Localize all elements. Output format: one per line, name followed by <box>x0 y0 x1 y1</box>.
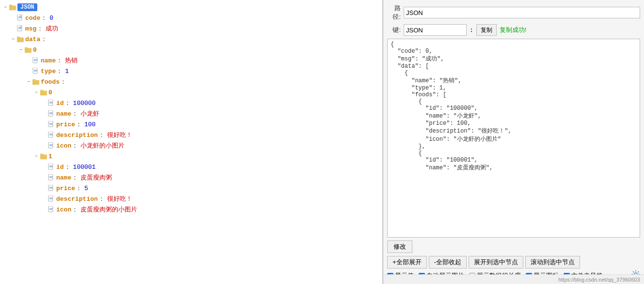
tree-node-f1-desc[interactable]: description ： 很好吃！ <box>0 194 382 204</box>
svg-rect-9 <box>17 37 20 38</box>
tree-node-foods0[interactable]: − 0 <box>0 87 382 98</box>
root-label: JSON <box>17 3 37 11</box>
key-f0-id: id <box>56 100 64 107</box>
toggle-placeholder-msg <box>10 25 16 32</box>
path-row: 路径: <box>387 4 640 21</box>
svg-rect-20 <box>40 91 47 96</box>
key-code: code <box>25 15 40 22</box>
file-icon-f1name <box>47 174 55 181</box>
key-data0: 0 <box>33 46 37 54</box>
key-f0-icon: icon <box>56 142 71 149</box>
tree-node-data0-name[interactable]: name ： 热销 <box>0 55 382 66</box>
tree-node-f0-price[interactable]: price ： 100 <box>0 119 382 130</box>
value-f0-icon: 小龙虾的小图片 <box>80 141 125 150</box>
scroll-to-selected-button[interactable]: 滚动到选中节点 <box>525 256 580 269</box>
svg-rect-39 <box>48 164 53 169</box>
toggle-foods0[interactable]: − <box>33 89 40 96</box>
value-f0-id: 100000 <box>73 100 96 107</box>
file-icon-f0icon <box>47 142 55 149</box>
key-data: data <box>25 36 40 43</box>
expand-all-button[interactable]: +全部展开 <box>387 256 427 269</box>
svg-rect-48 <box>48 195 53 201</box>
svg-rect-12 <box>33 57 37 63</box>
value-f1-desc: 很好吃！ <box>107 194 132 203</box>
toggle-placeholder-code <box>10 15 16 21</box>
file-icon-d0n <box>32 57 40 64</box>
copy-success-text: 复制成功! <box>500 26 527 34</box>
tree-node-f0-desc[interactable]: description ： 很好吃！ <box>0 130 382 140</box>
folder-icon-data <box>16 36 24 43</box>
value-code: 0 <box>49 15 53 22</box>
path-label: 路径: <box>387 4 401 21</box>
file-icon-d0t <box>32 68 40 75</box>
path-input[interactable] <box>404 7 640 18</box>
tree-node-root[interactable]: − JSON <box>0 2 382 13</box>
value-f0-desc: 很好吃！ <box>107 131 132 139</box>
svg-rect-42 <box>48 174 53 180</box>
folder-icon-data0 <box>24 46 32 53</box>
folder-icon-foods0 <box>40 89 47 96</box>
tree-node-f1-icon[interactable]: icon ： 皮蛋瘦肉粥的小图片 <box>0 204 382 215</box>
tree-node-f1-name[interactable]: name ： 皮蛋瘦肉粥 <box>0 172 382 183</box>
tree-node-f0-name[interactable]: name ： 小龙虾 <box>0 108 382 119</box>
file-icon-f0price <box>47 121 55 128</box>
key-f0-name: name <box>56 110 71 118</box>
svg-rect-45 <box>48 185 53 191</box>
tree-node-f1-id[interactable]: id ： 100001 <box>0 162 382 172</box>
tree-node-code[interactable]: code ： 0 <box>0 13 382 23</box>
key-d0-name: name <box>41 57 56 64</box>
value-msg: 成功 <box>46 24 58 33</box>
svg-rect-38 <box>40 154 43 155</box>
modify-button[interactable]: 修改 <box>387 240 412 253</box>
svg-rect-21 <box>40 90 43 91</box>
copy-button[interactable]: 复制 <box>476 24 497 36</box>
toggle-data0[interactable]: − <box>17 46 24 53</box>
svg-rect-15 <box>33 68 37 74</box>
tree-node-msg[interactable]: msg ： 成功 <box>0 23 382 34</box>
key-label: 键: <box>387 26 401 34</box>
collapse-all-button[interactable]: -全部收起 <box>429 256 467 269</box>
modify-row: 修改 <box>387 240 640 253</box>
tree-node-data[interactable]: − data ： <box>0 34 382 45</box>
expand-to-selected-button[interactable]: 展开到选中节点 <box>469 256 523 269</box>
action-row: +全部展开 -全部收起 展开到选中节点 滚动到选中节点 <box>387 256 640 269</box>
toggle-foods1[interactable]: − <box>33 153 40 160</box>
panel-header: 路径: 键: : 复制 复制成功! <box>387 4 640 36</box>
svg-rect-25 <box>48 110 53 116</box>
json-display: { "code": 0, "msg": "成功", "data": [ { "n… <box>387 39 640 238</box>
tree-node-f0-icon[interactable]: icon ： 小龙虾的小图片 <box>0 140 382 151</box>
key-msg: msg <box>25 25 36 32</box>
value-f1-id: 100001 <box>73 164 96 171</box>
key-f1-id: id <box>56 164 64 171</box>
right-panel: 路径: 键: : 复制 复制成功! { "code": 0, "msg": "成… <box>383 0 644 284</box>
key-d0-foods: foods <box>41 78 60 86</box>
tree-node-data0-type[interactable]: type ： 1 <box>0 66 382 76</box>
file-icon-f0id <box>47 100 55 106</box>
key-f0-price: price <box>56 121 75 128</box>
folder-icon-d0foods <box>32 78 40 85</box>
toggle-data[interactable]: − <box>10 36 16 43</box>
bottom-bar: https://blog.csdn.net/qq_37960603 <box>383 274 644 284</box>
json-tree-panel: − JSON code ： 0 msg ： 成功 − data ： − <box>0 0 383 284</box>
value-d0-name: 热销 <box>65 56 78 65</box>
svg-rect-11 <box>25 47 28 49</box>
bottom-url: https://blog.csdn.net/qq_37960603 <box>558 277 640 283</box>
key-d0-type: type <box>41 68 56 75</box>
key-f1-name: name <box>56 174 71 181</box>
value-f0-name: 小龙虾 <box>80 109 99 118</box>
tree-node-f0-id[interactable]: id ： 100000 <box>0 98 382 108</box>
file-icon-msg <box>16 25 24 32</box>
file-icon-f1icon <box>47 206 55 213</box>
toggle-d0foods[interactable]: − <box>25 78 32 85</box>
folder-icon-foods1 <box>40 153 47 160</box>
toggle-root[interactable]: − <box>2 4 9 11</box>
tree-node-data0-foods[interactable]: − foods ： <box>0 76 382 87</box>
tree-node-f1-price[interactable]: price ： 5 <box>0 183 382 194</box>
tree-node-data0[interactable]: − 0 <box>0 45 382 55</box>
svg-rect-51 <box>48 206 53 212</box>
folder-icon-root <box>9 4 16 11</box>
tree-node-foods1[interactable]: − 1 <box>0 151 382 162</box>
key-input[interactable] <box>404 24 467 36</box>
svg-rect-34 <box>48 142 53 148</box>
svg-rect-31 <box>48 132 53 137</box>
